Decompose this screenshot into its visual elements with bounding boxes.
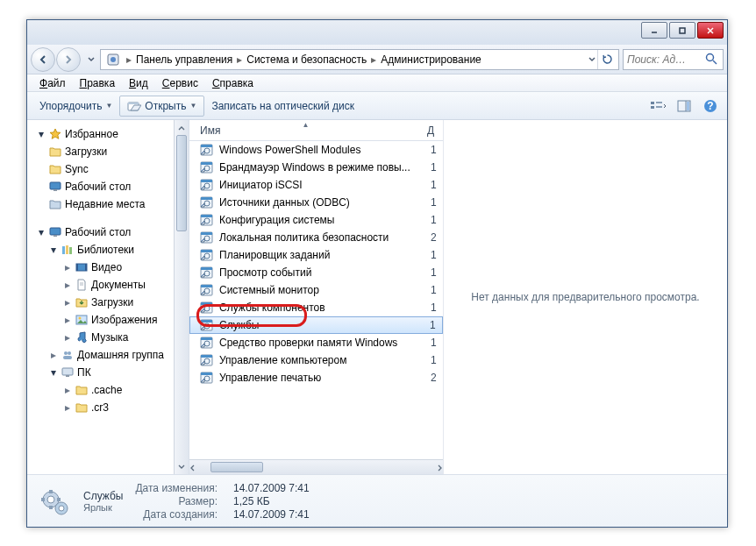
menu-help[interactable]: Справка: [205, 75, 260, 91]
nav-label: Рабочий стол: [65, 226, 131, 238]
crumb-sep[interactable]: ▸: [124, 50, 134, 69]
svg-rect-21: [50, 228, 61, 235]
svg-rect-24: [66, 245, 68, 254]
svg-point-32: [79, 317, 82, 320]
twisty-icon: ▸: [62, 333, 72, 343]
list-item[interactable]: Системный монитор1: [189, 281, 443, 299]
svg-rect-39: [201, 145, 212, 147]
svg-point-33: [64, 351, 68, 355]
nav-recent[interactable]: Недавние места: [27, 195, 174, 213]
list-item-name: Windows PowerShell Modules: [219, 144, 420, 156]
nav-cr3[interactable]: ▸.cr3: [27, 399, 174, 416]
organize-button[interactable]: Упорядочить▼: [32, 96, 119, 117]
svg-rect-11: [651, 106, 654, 109]
menu-tools[interactable]: Сервис: [155, 75, 205, 91]
nav-pc[interactable]: ▾ПК: [27, 364, 174, 381]
scroll-thumb[interactable]: [176, 135, 187, 231]
recent-icon: [48, 197, 62, 211]
nav-music[interactable]: ▸Музыка: [27, 329, 174, 346]
open-button[interactable]: Открыть▼: [119, 96, 204, 117]
back-button[interactable]: [31, 47, 55, 72]
address-history-dropdown[interactable]: [586, 52, 597, 67]
history-dropdown[interactable]: [85, 52, 96, 67]
details-pane: Службы Ярлык Дата изменения:14.07.2009 7…: [27, 474, 727, 527]
svg-rect-69: [201, 320, 212, 323]
folder-icon: [48, 162, 62, 176]
list-item-name: Службы компонентов: [219, 301, 420, 314]
crumb-2[interactable]: Администрирование: [379, 53, 482, 66]
preview-pane: Нет данных для предварительного просмотр…: [444, 120, 727, 474]
list-item-name: Брандмауэр Windows в режиме повы...: [219, 161, 420, 174]
menu-file[interactable]: Файл: [32, 75, 73, 91]
nav-scrollbar[interactable]: [174, 120, 189, 474]
twisty-open-icon: ▾: [36, 228, 46, 238]
list-item[interactable]: Инициатор iSCSI1: [189, 176, 443, 194]
list-h-scrollbar[interactable]: [189, 459, 443, 474]
nav-sync[interactable]: Sync: [27, 160, 174, 178]
scroll-thumb[interactable]: [210, 462, 263, 472]
list-item[interactable]: Конфигурация системы1: [189, 211, 443, 229]
details-label: Дата создания:: [135, 508, 218, 521]
list-item[interactable]: Службы компонентов1: [189, 299, 443, 316]
nav-video[interactable]: ▸Видео: [27, 259, 174, 276]
scroll-up-button[interactable]: [175, 120, 189, 135]
burn-button[interactable]: Записать на оптический диск: [204, 96, 361, 117]
shortcut-icon: [200, 283, 214, 297]
list-item-date: 1: [425, 284, 443, 296]
address-bar[interactable]: ▸ Панель управления ▸ Система и безопасн…: [100, 49, 619, 70]
menu-edit[interactable]: Правка: [73, 75, 123, 91]
svg-rect-48: [201, 197, 212, 200]
svg-rect-72: [201, 337, 212, 340]
scroll-down-button[interactable]: [175, 459, 189, 474]
scroll-right-button[interactable]: [438, 460, 443, 475]
list-item[interactable]: Службы1: [189, 316, 443, 334]
search-input[interactable]: [627, 53, 702, 66]
nav-desktop[interactable]: ▾Рабочий стол: [27, 223, 174, 241]
list-item[interactable]: Управление печатью2: [189, 369, 443, 386]
svg-rect-19: [50, 182, 61, 189]
twisty-icon: ▸: [62, 316, 72, 325]
svg-rect-57: [201, 250, 212, 252]
column-header-date[interactable]: Д: [422, 120, 443, 141]
twisty-icon: ▸: [62, 263, 72, 273]
forward-button[interactable]: [56, 47, 81, 72]
column-header-name[interactable]: Имя▲: [189, 120, 422, 141]
svg-rect-16: [687, 102, 689, 110]
search-box[interactable]: [623, 49, 724, 70]
crumb-sep[interactable]: ▸: [234, 50, 245, 69]
nav-desktop-fav[interactable]: Рабочий стол: [27, 178, 174, 195]
nav-cache[interactable]: ▸.cache: [27, 381, 174, 399]
downloads-icon: [75, 295, 89, 309]
maximize-button[interactable]: [669, 22, 695, 39]
twisty-icon: ▸: [62, 298, 72, 308]
crumb-sep[interactable]: ▸: [368, 50, 379, 69]
view-mode-button[interactable]: [646, 96, 669, 116]
preview-pane-button[interactable]: [673, 96, 695, 116]
menu-view[interactable]: Вид: [122, 75, 155, 91]
nav-documents[interactable]: ▸Документы: [27, 276, 174, 294]
minimize-button[interactable]: [641, 22, 667, 39]
refresh-button[interactable]: [597, 50, 617, 69]
nav-homegroup[interactable]: ▸Домашняя группа: [27, 346, 174, 364]
nav-libraries[interactable]: ▾Библиотеки: [27, 241, 174, 259]
close-button[interactable]: [697, 22, 724, 39]
list-item[interactable]: Локальная политика безопасности2: [189, 229, 443, 246]
list-item[interactable]: Средство проверки памяти Windows1: [189, 334, 443, 351]
search-icon: [705, 53, 719, 67]
list-item[interactable]: Источники данных (ODBC)1: [189, 194, 443, 211]
list-item[interactable]: Просмотр событий1: [189, 264, 443, 281]
list-item[interactable]: Windows PowerShell Modules1: [189, 141, 443, 159]
list-item[interactable]: Управление компьютером1: [189, 351, 443, 369]
svg-point-34: [68, 351, 71, 355]
nav-pictures[interactable]: ▸Изображения: [27, 311, 174, 329]
nav-lib-downloads[interactable]: ▸Загрузки: [27, 294, 174, 311]
crumb-1[interactable]: Система и безопасность: [245, 53, 368, 66]
list-item[interactable]: Брандмауэр Windows в режиме повы...1: [189, 159, 443, 176]
nav-downloads[interactable]: Загрузки: [27, 143, 174, 160]
nav-favorites[interactable]: ▾Избранное: [27, 125, 174, 143]
list-item[interactable]: Планировщик заданий1: [189, 246, 443, 264]
crumb-0[interactable]: Панель управления: [134, 53, 234, 66]
help-button[interactable]: ?: [699, 96, 722, 116]
svg-rect-82: [49, 506, 53, 509]
shortcut-icon: [200, 353, 214, 367]
